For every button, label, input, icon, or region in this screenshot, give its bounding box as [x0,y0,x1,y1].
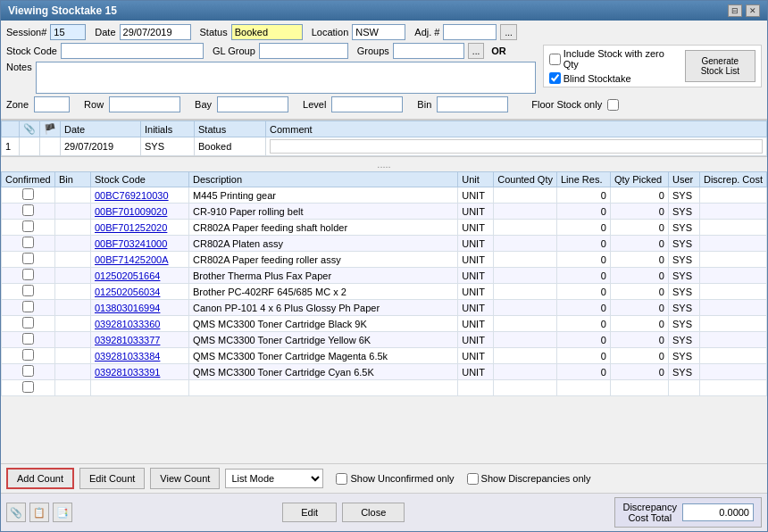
stock-code-link[interactable]: 039281033391 [95,367,160,378]
cell-line-res [556,380,610,396]
confirmed-checkbox[interactable] [22,317,34,328]
cell-discrep-cost [699,284,766,300]
cell-qty-picked: 0 [610,284,668,300]
splitter[interactable]: ..... [1,157,767,171]
close-button[interactable]: Close [342,503,405,522]
th-qty-picked: Qty Picked [610,172,668,187]
confirmed-checkbox[interactable] [22,349,34,361]
groups-input[interactable] [393,43,464,59]
cell-confirmed [2,252,55,268]
zone-label: Zone [6,99,29,110]
confirmed-checkbox[interactable] [22,253,34,264]
zone-input[interactable] [34,96,70,112]
confirmed-checkbox[interactable] [22,269,34,280]
confirmed-checkbox[interactable] [22,220,34,232]
stock-code-input[interactable] [61,43,204,59]
confirmed-checkbox[interactable] [22,365,34,377]
cell-qty-picked: 0 [610,348,668,364]
checkboxes-col: Include Stock with zero Qty Blind Stockt… [549,48,681,84]
list-mode-select[interactable]: List Mode Detail Mode [225,469,323,488]
floor-stock-checkbox[interactable] [607,99,619,111]
cell-stock-code [91,380,189,396]
comment-input[interactable] [270,139,763,154]
edit-button[interactable]: Edit [282,503,337,522]
adj-ellipsis-button[interactable]: ... [500,24,516,40]
form-row-1: Session# Date Status Location Adj. # ... [6,24,762,40]
add-count-button[interactable]: Add Count [6,468,74,489]
level-input[interactable] [331,96,403,112]
title-controls: ⊟ ✕ [728,4,760,17]
row-input[interactable] [109,96,180,112]
cell-user: SYS [668,236,699,252]
stock-code-link[interactable]: 039281033377 [95,335,160,345]
restore-button[interactable]: ⊟ [728,4,742,17]
cell-unit: UNIT [458,316,494,332]
gl-group-input[interactable] [259,43,348,59]
main-table-header: Confirmed Bin Stock Code Description Uni… [2,172,767,187]
notes-row: Notes [6,62,536,94]
confirmed-checkbox[interactable] [22,333,34,345]
groups-ellipsis-button[interactable]: ... [468,43,484,59]
cell-user: SYS [668,348,699,364]
stock-code-link[interactable]: 00BF701252020 [95,222,167,233]
notes-textarea[interactable] [36,62,536,94]
cell-confirmed [2,364,55,380]
confirmed-checkbox[interactable] [22,285,34,296]
discrepancy-box: DiscrepancyCost Total [614,497,762,528]
col-flag: 🏴 [40,121,61,137]
stock-code-link[interactable]: 00BC769210030 [95,190,169,201]
footer-icons: 📎 📋 📑 [6,503,72,522]
bin-input[interactable] [437,96,508,112]
blind-stocktake-label[interactable]: Blind Stocktake [549,72,681,84]
confirmed-checkbox[interactable] [22,188,34,200]
cell-stock-code: 00BF71425200A [91,252,189,268]
confirmed-checkbox[interactable] [22,381,34,393]
confirmed-checkbox[interactable] [22,301,34,312]
session-input[interactable] [50,24,86,40]
stock-code-link[interactable]: 00BF71425200A [95,254,169,265]
confirmed-checkbox[interactable] [22,237,34,248]
cell-qty-picked: 0 [610,252,668,268]
stock-code-link[interactable]: 012502056034 [95,287,160,297]
table-row: 012502051664 Brother Therma Plus Fax Pap… [2,268,767,284]
stock-code-link[interactable]: 039281033384 [95,351,160,362]
generate-stock-list-button[interactable]: GenerateStock List [685,50,755,82]
location-input[interactable] [352,24,405,40]
cell-description: CR802A Platen assy [189,236,458,252]
cell-counted-qty [494,284,557,300]
show-discrepancies-label[interactable]: Show Discrepancies only [467,473,591,485]
notes-icon-button[interactable]: 📋 [29,503,49,522]
bay-input[interactable] [217,96,288,112]
stock-code-link[interactable]: 013803016994 [95,303,160,313]
adj-input[interactable] [443,24,497,40]
stock-code-link[interactable]: 00BF703241000 [95,238,167,249]
clipboard-icon-button[interactable]: 📑 [53,503,72,522]
cell-line-res: 0 [556,220,610,236]
th-line-res: Line Res. [556,172,610,187]
cell-counted-qty [494,332,557,348]
include-zero-label[interactable]: Include Stock with zero Qty [549,48,681,70]
row-attach [20,137,40,156]
close-button[interactable]: ✕ [746,4,760,17]
stock-code-link[interactable]: 012502051664 [95,270,160,281]
attach-icon-button[interactable]: 📎 [6,503,26,522]
cell-user: SYS [668,252,699,268]
show-unconfirmed-checkbox[interactable] [336,473,347,485]
blind-stocktake-checkbox[interactable] [549,72,561,84]
date-input[interactable] [120,24,191,40]
view-count-button[interactable]: View Count [150,468,220,489]
main-table-area[interactable]: Confirmed Bin Stock Code Description Uni… [1,171,767,463]
cell-unit [458,380,494,396]
show-discrepancies-checkbox[interactable] [467,473,479,485]
status-input[interactable] [231,24,303,40]
include-zero-checkbox[interactable] [549,54,561,65]
confirmed-checkbox[interactable] [22,204,34,216]
cell-bin [55,252,91,268]
stock-code-link[interactable]: 00BF701009020 [95,206,167,217]
stock-code-link[interactable]: 039281033360 [95,319,160,329]
groups-label: Groups [357,46,389,56]
cell-bin [55,380,91,396]
show-unconfirmed-label[interactable]: Show Unconfirmed only [336,473,454,485]
cell-unit: UNIT [458,204,494,220]
edit-count-button[interactable]: Edit Count [79,468,145,489]
